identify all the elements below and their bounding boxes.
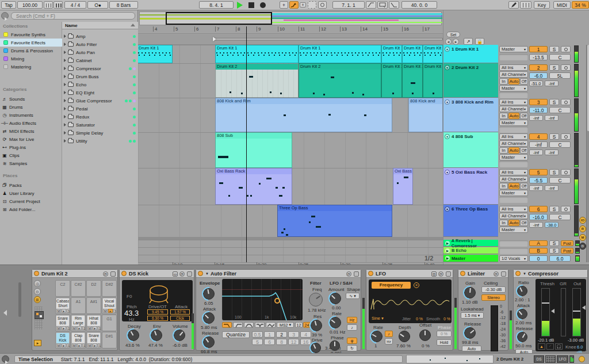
- pad-mute-button[interactable]: M: [72, 326, 77, 330]
- clip-overview-mini[interactable]: [406, 355, 494, 363]
- record-button[interactable]: [260, 2, 266, 8]
- pitch-value[interactable]: 43.3: [124, 309, 139, 317]
- session-record-icon[interactable]: [308, 1, 316, 9]
- chain-list-icon[interactable]: ⊙: [34, 288, 41, 295]
- env-knob[interactable]: [151, 329, 162, 341]
- expand-arrow-icon[interactable]: [64, 43, 66, 46]
- input-type-selector[interactable]: All Ins▾: [499, 133, 528, 140]
- monitor-off-button[interactable]: Off: [520, 113, 528, 119]
- return-a-activator[interactable]: A: [529, 240, 548, 246]
- pad-play-button[interactable]: ▸: [93, 343, 97, 347]
- device-activator-led[interactable]: [460, 271, 465, 276]
- sidebar-item-sounds[interactable]: ♬Sounds: [0, 95, 62, 103]
- monitor-in-button[interactable]: In: [499, 113, 508, 119]
- clip-drum-kit-1[interactable]: Drum Kit 1: [138, 45, 173, 63]
- mini-device-ds-kick[interactable]: DS: [534, 355, 544, 363]
- volume-field[interactable]: -16.0: [529, 214, 548, 220]
- arm-button[interactable]: [561, 169, 571, 175]
- volume-field[interactable]: -5.5: [529, 177, 548, 183]
- mapped-parameter-button[interactable]: Frequency: [372, 282, 411, 289]
- sidebar-item-clips[interactable]: ▣Clips: [0, 151, 62, 159]
- browser-fold-icon[interactable]: [1, 12, 9, 20]
- output-routing-selector[interactable]: Master▾: [499, 154, 528, 160]
- expand-arrow-icon[interactable]: [64, 83, 66, 86]
- clip-drum-kit-2[interactable]: Drum Kit 2: [402, 63, 423, 98]
- clip-drum-kit-2[interactable]: Drum Kit 2: [423, 63, 443, 98]
- notification-icon[interactable]: [579, 356, 585, 362]
- drum-pad-empty[interactable]: D2: [86, 280, 101, 297]
- pad-play-button[interactable]: ▸: [62, 309, 66, 313]
- attack-value[interactable]: 1.57 %: [170, 309, 190, 315]
- pan-field[interactable]: C: [549, 177, 571, 183]
- clip-three-op-bass[interactable]: Three Op Bass: [277, 205, 392, 237]
- browser-device-row[interactable]: Saturator: [62, 121, 138, 129]
- punch-out-icon[interactable]: [389, 1, 399, 9]
- master-track-header[interactable]: ▶Master: [443, 255, 498, 262]
- depth-knob[interactable]: [399, 331, 410, 342]
- show-presets-icon[interactable]: ▭: [173, 271, 178, 277]
- return-track-a-header[interactable]: ▶A Reverb | Compressor: [443, 240, 498, 247]
- sidebar-item-drums-percussion[interactable]: Drums & Percussion: [0, 47, 62, 55]
- quantize-beat-button[interactable]: 12: [288, 339, 299, 345]
- sidebar-item-current-project[interactable]: ⊡Current Project: [0, 197, 62, 205]
- lfo-shape-selector[interactable]: ∿ ▾: [346, 293, 359, 299]
- device-activator-led[interactable]: [515, 271, 521, 276]
- scrub-area[interactable]: [138, 35, 443, 45]
- expand-arrow-icon[interactable]: [64, 139, 66, 143]
- sidebar-item-plugins[interactable]: ⊷Plug-ins: [0, 143, 62, 151]
- clip-808-kick-and-rim[interactable]: 808 Kick and Rim: [215, 98, 392, 132]
- device-title-bar[interactable]: Limiter⟳: [458, 270, 508, 278]
- expand-arrow-icon[interactable]: [64, 99, 66, 102]
- track-fold-icon[interactable]: ▾: [445, 206, 450, 212]
- browser-device-row[interactable]: Glue Compressor: [62, 97, 138, 105]
- expand-arrow-icon[interactable]: [64, 123, 66, 127]
- search-input[interactable]: [11, 12, 135, 20]
- drum-pad-empty[interactable]: A#1: [86, 297, 101, 314]
- device-title-bar[interactable]: ▼Compressor: [514, 270, 587, 278]
- limiter-release-knob[interactable]: [464, 327, 476, 339]
- overdub-icon[interactable]: +: [280, 1, 288, 9]
- wave-selector[interactable]: Sine ▾: [372, 316, 384, 321]
- tempo-field[interactable]: 100.00: [17, 1, 43, 9]
- monitor-off-button[interactable]: Off: [520, 147, 528, 154]
- status-play-icon[interactable]: [2, 355, 9, 363]
- vertical-scrollbar[interactable]: [586, 45, 589, 262]
- gain-knob[interactable]: [464, 287, 476, 298]
- lfo-rate-knob[interactable]: [371, 331, 383, 342]
- clip-drum-kit-1[interactable]: Drum Kit 1: [299, 45, 381, 63]
- clip-drum-kit-2[interactable]: Drum Kit 2: [381, 63, 402, 98]
- follow-quantize-selector[interactable]: 8 Bars: [109, 1, 138, 9]
- pad-view-icon[interactable]: ⊞: [34, 296, 41, 303]
- send-a-field[interactable]: -inf: [529, 150, 543, 155]
- pad-mute-button[interactable]: M: [56, 309, 61, 313]
- solo-button[interactable]: S: [549, 133, 559, 140]
- clip-drum-kit-2[interactable]: Drum Kit 2: [299, 63, 381, 98]
- envelope-amount-knob[interactable]: [203, 288, 215, 300]
- arm-button[interactable]: [561, 64, 571, 71]
- send-a-field[interactable]: -inf: [529, 185, 543, 191]
- time-signature-field[interactable]: 4 / 4: [64, 1, 86, 9]
- drum-pad-snare-deep[interactable]: Snare 808 DeepM▸S: [86, 332, 101, 348]
- sidebar-item-drums[interactable]: ▦Drums: [0, 103, 62, 111]
- sidebar-item-midi-effects[interactable]: ⇄MIDI Effects: [0, 127, 62, 135]
- ot-value[interactable]: 6.30 %: [147, 316, 168, 321]
- show-devices-arrow-icon[interactable]: ▸: [34, 340, 41, 346]
- expand-arrow-icon[interactable]: [64, 59, 66, 62]
- arm-button[interactable]: [561, 206, 571, 212]
- clip-drum-kit-1[interactable]: Drum Kit 1: [215, 45, 299, 63]
- clip-oxi-bass-rack[interactable]: Oxi Bass Rack: [215, 168, 292, 205]
- quantize-beat-button[interactable]: 3: [288, 331, 299, 338]
- quantize-button[interactable]: Quantize: [222, 331, 250, 338]
- drum-pad-ds-kick-selected[interactable]: DS KickM▸S: [55, 332, 70, 348]
- input-channel-selector[interactable]: All Channel▾: [499, 213, 528, 219]
- device-activator-led[interactable]: [368, 271, 373, 276]
- freq-knob[interactable]: [309, 293, 323, 306]
- browser-list-header[interactable]: Name: [62, 22, 138, 29]
- offset-knob[interactable]: [419, 329, 431, 341]
- key-map-button[interactable]: Key: [534, 1, 550, 9]
- input-channel-selector[interactable]: All Channel▾: [499, 106, 528, 112]
- filter-display[interactable]: 100 1k 10k: [222, 279, 303, 320]
- device-fold-icon[interactable]: ▼: [523, 272, 526, 275]
- pad-solo-button[interactable]: S: [67, 343, 70, 347]
- quantize-beat-button[interactable]: 4: [300, 331, 311, 338]
